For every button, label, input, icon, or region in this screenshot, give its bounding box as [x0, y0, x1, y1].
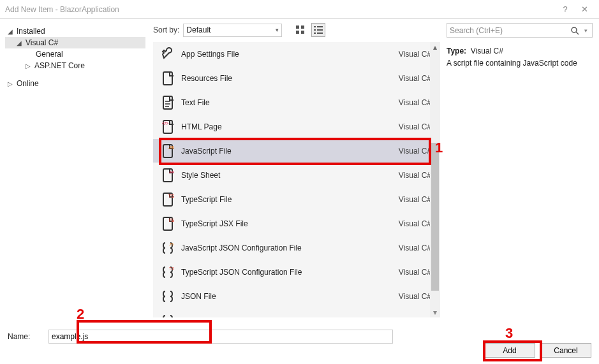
svg-rect-1 — [301, 25, 304, 29]
template-item[interactable]: Text FileVisual C# — [153, 91, 440, 115]
tree-label: Visual C# — [26, 38, 58, 47]
detail-pane: Search (Ctrl+E) ▾ Type: Visual C# A scri… — [440, 19, 599, 317]
tree-label: General — [36, 50, 63, 59]
collapse-icon: ◢ — [8, 28, 17, 35]
svg-rect-8 — [314, 33, 316, 34]
svg-text:JS: JS — [169, 242, 174, 246]
search-icon — [570, 26, 582, 35]
template-item[interactable]: App Settings FileVisual C# — [153, 42, 440, 66]
callout-number-3: 3 — [505, 325, 513, 342]
template-item[interactable]: </>HTML PageVisual C# — [153, 115, 440, 139]
template-item[interactable]: JSON Schema FileVisual C# — [153, 309, 440, 317]
svg-line-28 — [576, 32, 579, 34]
template-list: App Settings FileVisual C#Resources File… — [153, 42, 440, 317]
tree-installed[interactable]: ◢ Installed — [5, 25, 145, 37]
file-type-icon: </> — [158, 119, 177, 135]
category-tree: ◢ Installed ◢ Visual C# General ▷ ASP.NE… — [0, 19, 153, 317]
file-type-icon — [158, 289, 177, 304]
svg-rect-10 — [163, 72, 172, 85]
template-item[interactable]: JSJavaScript JSON Configuration FileVisu… — [153, 236, 440, 260]
scroll-up-icon[interactable]: ▴ — [430, 42, 440, 52]
template-item[interactable]: A#Style SheetVisual C# — [153, 163, 440, 187]
template-item[interactable]: TSTypeScript FileVisual C# — [153, 187, 440, 212]
template-label: TypeScript JSON Configuration File — [177, 268, 399, 277]
titlebar: Add New Item - BlazorApplication ? ✕ — [0, 0, 599, 19]
sort-bar: Sort by: Default ▾ — [153, 19, 440, 42]
name-label: Name: — [8, 332, 38, 341]
template-label: HTML Page — [177, 122, 399, 131]
template-item[interactable]: Resources FileVisual C# — [153, 66, 440, 91]
template-label: JavaScript JSON Configuration File — [177, 244, 399, 252]
scroll-down-icon[interactable]: ▾ — [430, 307, 440, 317]
type-description: A script file containing JavaScript code — [447, 57, 593, 69]
template-label: App Settings File — [177, 50, 399, 59]
window-title: Add New Item - BlazorApplication — [5, 5, 556, 14]
svg-rect-3 — [301, 31, 304, 34]
svg-text:A#: A# — [169, 170, 174, 174]
svg-text:TS: TS — [169, 266, 174, 270]
main-area: ◢ Installed ◢ Visual C# General ▷ ASP.NE… — [0, 19, 599, 317]
template-label: JSON File — [177, 292, 399, 301]
template-label: TypeScript File — [177, 195, 399, 204]
tree-aspnet-core[interactable]: ▷ ASP.NET Core — [5, 60, 145, 71]
file-type-icon — [158, 71, 177, 86]
view-large-icons-button[interactable] — [293, 23, 307, 37]
svg-rect-11 — [163, 96, 172, 109]
template-item[interactable]: TSTypeScript JSON Configuration FileVisu… — [153, 260, 440, 284]
file-type-icon: JS — [158, 240, 177, 256]
sort-label: Sort by: — [153, 25, 179, 34]
expand-icon: ▷ — [8, 80, 17, 87]
callout-number-2: 2 — [77, 306, 84, 323]
template-label: Resources File — [177, 74, 399, 83]
scrollbar[interactable]: ▴ ▾ — [430, 42, 440, 317]
template-label: JavaScript File — [177, 147, 399, 156]
list-icon — [314, 25, 323, 34]
sort-dropdown[interactable]: Default ▾ — [183, 24, 282, 37]
file-type-icon — [158, 47, 177, 62]
file-type-icon — [158, 95, 177, 110]
add-button[interactable]: Add — [484, 343, 535, 358]
search-input[interactable]: Search (Ctrl+E) ▾ — [447, 23, 593, 38]
sort-value: Default — [186, 25, 211, 34]
template-detail: Type: Visual C# A script file containing… — [447, 38, 593, 69]
svg-rect-0 — [296, 25, 299, 29]
type-value: Visual C# — [471, 47, 503, 55]
file-type-icon: A# — [158, 168, 177, 183]
close-button[interactable]: ✕ — [575, 4, 594, 14]
help-button[interactable]: ? — [556, 4, 575, 14]
svg-rect-5 — [317, 26, 323, 27]
cancel-button[interactable]: Cancel — [540, 343, 591, 358]
search-placeholder: Search (Ctrl+E) — [450, 26, 570, 35]
callout-number-1: 1 — [435, 140, 443, 156]
svg-text:</>: </> — [162, 121, 168, 126]
svg-rect-4 — [314, 26, 316, 27]
svg-rect-6 — [314, 29, 316, 31]
file-type-icon: TS — [158, 265, 177, 280]
tree-visual-csharp[interactable]: ◢ Visual C# — [5, 37, 145, 48]
template-item[interactable]: TSTypeScript JSX FileVisual C# — [153, 212, 440, 236]
view-list-button[interactable] — [311, 23, 325, 37]
svg-text:TS: TS — [168, 194, 174, 198]
tree-online[interactable]: ▷ Online — [5, 78, 145, 89]
grid-icon — [296, 25, 305, 34]
type-label: Type: — [447, 47, 466, 55]
svg-text:JS: JS — [168, 145, 174, 150]
tree-label: Online — [17, 79, 39, 88]
search-dropdown-icon[interactable]: ▾ — [582, 27, 589, 34]
template-item[interactable]: JSON FileVisual C# — [153, 284, 440, 309]
tree-general[interactable]: General — [5, 48, 145, 60]
file-type-icon — [158, 313, 177, 318]
template-label: TypeScript JSX File — [177, 219, 399, 228]
tree-label: ASP.NET Core — [34, 61, 85, 70]
collapse-icon: ◢ — [17, 40, 26, 47]
template-item[interactable]: JSJavaScript FileVisual C# — [153, 139, 440, 163]
file-type-icon: JS — [158, 143, 177, 159]
tree-label: Installed — [17, 27, 45, 36]
file-type-icon: TS — [158, 216, 177, 231]
svg-text:TS: TS — [168, 218, 174, 222]
expand-icon: ▷ — [26, 62, 34, 69]
template-label: Style Sheet — [177, 171, 399, 180]
scrollbar-thumb[interactable] — [431, 143, 439, 291]
name-input[interactable] — [48, 330, 393, 344]
svg-rect-2 — [296, 31, 299, 34]
